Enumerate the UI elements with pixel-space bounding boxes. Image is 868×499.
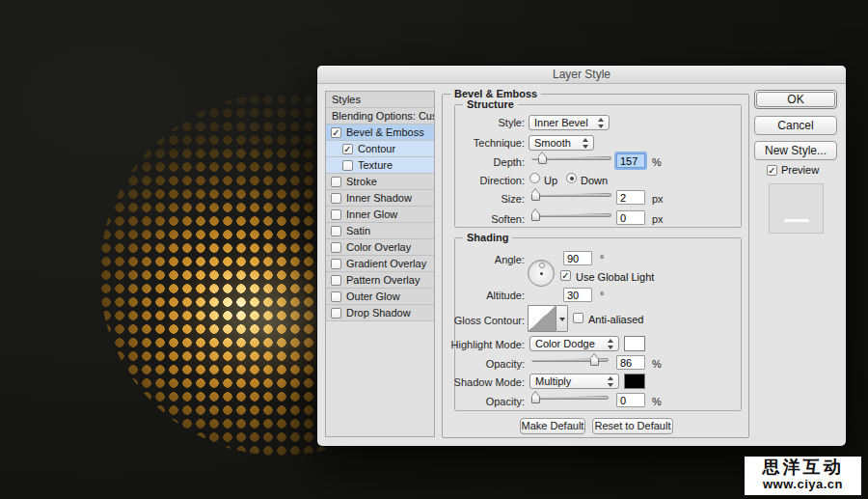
size-label: Size:	[448, 193, 525, 205]
reset-to-default-button[interactable]: Reset to Default	[592, 418, 673, 434]
slider-thumb[interactable]	[590, 358, 599, 366]
style-value: Inner Bevel	[534, 117, 588, 128]
preview-checkbox[interactable]: ✓	[767, 165, 777, 176]
sidebar-item-label: Pattern Overlay	[346, 272, 420, 288]
checkbox-icon[interactable]	[331, 308, 341, 319]
direction-label: Direction:	[448, 175, 525, 186]
depth-slider[interactable]	[531, 152, 611, 164]
sidebar-item-label: Blending Options: Custom	[332, 108, 434, 124]
sidebar-item-label: Outer Glow	[346, 289, 400, 304]
make-default-button[interactable]: Make Default	[520, 418, 585, 434]
sidebar-item-stroke[interactable]: Stroke	[326, 174, 434, 190]
direction-down-radio[interactable]	[566, 173, 577, 183]
dialog-titlebar: Layer Style	[317, 66, 846, 84]
highlight-mode-label: Highlight Mode:	[448, 339, 525, 350]
soften-unit: px	[652, 213, 664, 225]
ok-button[interactable]: OK	[754, 90, 837, 109]
highlight-color-swatch[interactable]	[624, 336, 645, 351]
highlight-mode-dropdown[interactable]: Color Dodge	[529, 336, 619, 351]
sidebar-item-label: Texture	[358, 157, 393, 173]
anti-aliased-label: Anti-aliased	[588, 314, 643, 325]
size-input[interactable]	[616, 190, 645, 205]
sidebar-item-inner-glow[interactable]: Inner Glow	[326, 207, 434, 223]
soften-label: Soften:	[448, 213, 525, 225]
new-style-button[interactable]: New Style...	[754, 141, 837, 160]
sidebar-item-label: Color Overlay	[346, 239, 411, 255]
angle-input[interactable]	[563, 251, 592, 265]
slider-thumb[interactable]	[538, 156, 547, 164]
checkbox-icon[interactable]	[331, 275, 341, 286]
checkbox-icon[interactable]	[331, 242, 341, 253]
direction-up-radio[interactable]	[529, 173, 540, 183]
highlight-opacity-label: Opacity:	[448, 358, 525, 370]
slider-track[interactable]	[531, 213, 611, 217]
gloss-contour-dropdown[interactable]	[556, 305, 568, 332]
anti-aliased-checkbox[interactable]	[573, 313, 583, 323]
style-dropdown[interactable]: Inner Bevel	[529, 115, 610, 130]
dialog-title: Layer Style	[553, 68, 610, 81]
slider-thumb[interactable]	[531, 213, 540, 221]
sidebar-header-styles[interactable]: Styles	[326, 92, 434, 108]
sidebar-item-label: Bevel & Emboss	[346, 125, 424, 140]
sidebar-item-label: Gradient Overlay	[346, 256, 426, 271]
sidebar-item-pattern-overlay[interactable]: Pattern Overlay	[326, 272, 434, 289]
sidebar-item-bevel-emboss[interactable]: ✓ Bevel & Emboss	[326, 125, 434, 141]
shadow-mode-dropdown[interactable]: Multiply	[529, 374, 619, 389]
size-unit: px	[652, 193, 664, 205]
technique-value: Smooth	[534, 137, 571, 149]
slider-track[interactable]	[531, 396, 609, 400]
style-label: Style:	[448, 117, 525, 128]
sidebar-item-label: Inner Shadow	[346, 190, 412, 206]
preview-option: ✓ Preview	[767, 164, 819, 176]
gloss-contour-thumbnail[interactable]	[528, 305, 556, 332]
checkbox-icon[interactable]	[331, 291, 341, 302]
popup-arrows-icon	[608, 339, 614, 349]
shadow-opacity-input[interactable]	[616, 393, 645, 407]
sidebar-item-satin[interactable]: Satin	[326, 223, 434, 239]
sidebar-item-label: Satin	[346, 223, 370, 238]
angle-dial[interactable]	[528, 260, 555, 287]
angle-label: Angle:	[448, 254, 525, 265]
checkbox-checked-icon[interactable]: ✓	[331, 127, 341, 138]
depth-unit: %	[652, 156, 662, 168]
highlight-opacity-input[interactable]	[616, 355, 645, 370]
highlight-opacity-slider[interactable]	[531, 353, 609, 366]
highlight-opacity-unit: %	[652, 358, 662, 370]
checkbox-icon[interactable]	[342, 160, 353, 171]
slider-track[interactable]	[531, 193, 611, 197]
sidebar-item-label: Inner Glow	[346, 207, 397, 222]
sidebar-item-inner-shadow[interactable]: Inner Shadow	[326, 190, 434, 207]
technique-dropdown[interactable]: Smooth	[529, 135, 594, 151]
cancel-button[interactable]: Cancel	[754, 116, 837, 135]
altitude-input[interactable]	[563, 288, 592, 302]
checkbox-icon[interactable]	[331, 177, 341, 187]
checkbox-checked-icon[interactable]: ✓	[342, 144, 353, 154]
structure-group: Structure Style: Inner Bevel Technique: …	[454, 104, 742, 228]
sidebar-item-drop-shadow[interactable]: Drop Shadow	[326, 305, 434, 321]
sidebar-item-color-overlay[interactable]: Color Overlay	[326, 239, 434, 256]
sidebar-item-blending-options[interactable]: Blending Options: Custom	[326, 108, 434, 125]
shadow-color-swatch[interactable]	[624, 374, 645, 389]
sidebar-item-contour[interactable]: ✓ Contour	[326, 141, 434, 157]
soften-slider[interactable]	[531, 208, 611, 221]
sidebar-item-label: Contour	[358, 141, 395, 156]
checkbox-icon[interactable]	[331, 259, 341, 269]
checkbox-icon[interactable]	[331, 209, 341, 220]
structure-legend: Structure	[463, 98, 518, 111]
checkbox-icon[interactable]	[331, 226, 341, 236]
preview-layer-graphic	[784, 219, 809, 222]
soften-input[interactable]	[616, 210, 645, 225]
use-global-light-checkbox[interactable]: ✓	[560, 270, 571, 281]
sidebar-item-gradient-overlay[interactable]: Gradient Overlay	[326, 256, 434, 272]
size-slider[interactable]	[531, 188, 611, 201]
checkbox-icon[interactable]	[331, 193, 341, 204]
depth-input[interactable]	[616, 153, 645, 168]
shadow-opacity-slider[interactable]	[531, 391, 609, 403]
highlight-mode-value: Color Dodge	[535, 338, 595, 349]
preview-thumbnail	[769, 183, 824, 234]
slider-thumb[interactable]	[531, 396, 540, 403]
popup-arrows-icon	[598, 118, 605, 128]
sidebar-item-outer-glow[interactable]: Outer Glow	[326, 289, 434, 305]
sidebar-item-texture[interactable]: Texture	[326, 157, 434, 174]
slider-thumb[interactable]	[531, 193, 540, 201]
